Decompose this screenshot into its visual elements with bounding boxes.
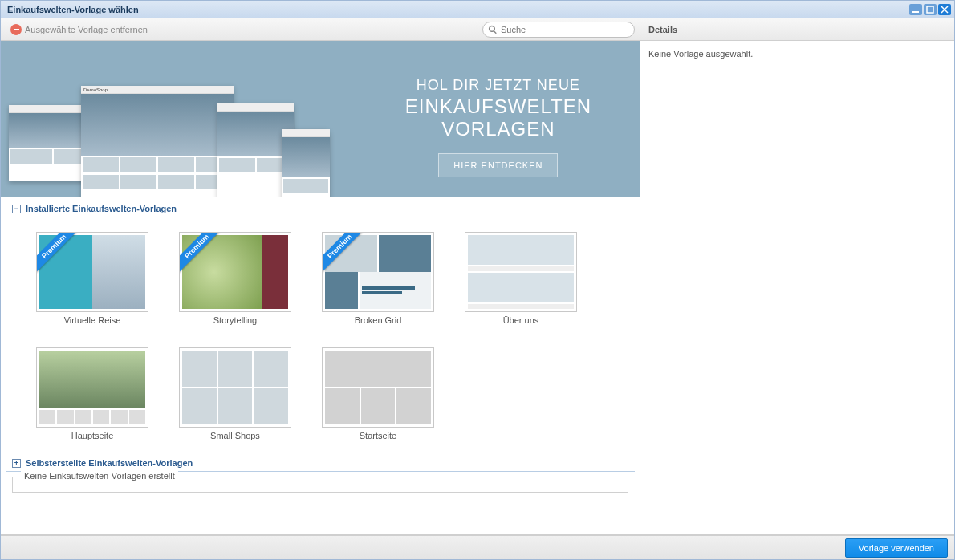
- apply-template-button[interactable]: Vorlage verwenden: [845, 538, 948, 558]
- details-title: Details: [648, 25, 677, 34]
- installed-section-title: Installierte Einkaufswelten-Vorlagen: [26, 204, 177, 213]
- template-thumb: Premium: [322, 232, 434, 312]
- installed-section-header[interactable]: − Installierte Einkaufswelten-Vorlagen: [6, 199, 635, 217]
- search-icon: [488, 25, 498, 34]
- banner-line3: VORLAGEN: [405, 118, 591, 140]
- custom-empty-text: Keine Einkaufswelten-Vorlagen erstellt: [21, 471, 178, 481]
- banner-cta-button[interactable]: HIER ENTDECKEN: [438, 153, 558, 177]
- promo-banner[interactable]: DemoShop HOL DIR JETZT NEUE EINKAUFSWELT…: [1, 41, 640, 197]
- svg-rect-1: [927, 6, 933, 13]
- template-grid: Premium Virtuelle Reise Premium Storytel…: [1, 217, 640, 452]
- details-header: Details: [640, 18, 954, 41]
- maximize-button[interactable]: [924, 4, 937, 15]
- template-item[interactable]: Über uns: [465, 232, 577, 325]
- custom-empty-fieldset: Keine Einkaufswelten-Vorlagen erstellt: [12, 477, 628, 493]
- custom-section-title: Selbsterstellte Einkaufswelten-Vorlagen: [26, 458, 193, 468]
- minimize-button[interactable]: [909, 4, 922, 15]
- window-title: Einkaufswelten-Vorlage wählen: [7, 5, 139, 14]
- remove-template-button[interactable]: Ausgewählte Vorlage entfernen: [6, 22, 152, 37]
- titlebar: Einkaufswelten-Vorlage wählen: [1, 1, 954, 18]
- svg-rect-0: [912, 11, 919, 13]
- template-thumb: Premium: [36, 232, 148, 312]
- banner-line1: HOL DIR JETZT NEUE: [405, 77, 591, 94]
- template-label: Hauptseite: [71, 431, 114, 440]
- details-pane: Details Keine Vorlage ausgewählt.: [640, 18, 954, 534]
- template-thumb: Premium: [179, 232, 291, 312]
- template-item[interactable]: Small Shops: [179, 347, 291, 440]
- template-label: Broken Grid: [355, 315, 402, 325]
- close-button[interactable]: [938, 4, 951, 15]
- collapse-icon: −: [12, 205, 21, 213]
- banner-text: HOL DIR JETZT NEUE EINKAUFSWELTEN VORLAG…: [405, 77, 591, 177]
- expand-icon: +: [12, 459, 21, 468]
- banner-line2: EINKAUFSWELTEN: [405, 95, 591, 118]
- template-item[interactable]: Premium Storytelling: [179, 232, 291, 325]
- details-empty-text: Keine Vorlage ausgewählt.: [648, 49, 753, 59]
- template-item[interactable]: Premium Virtuelle Reise: [36, 232, 148, 325]
- toolbar: Ausgewählte Vorlage entfernen: [1, 18, 640, 41]
- custom-section-header[interactable]: + Selbsterstellte Einkaufswelten-Vorlage…: [6, 453, 635, 472]
- template-label: Storytelling: [213, 315, 257, 325]
- template-item[interactable]: Hauptseite: [36, 347, 148, 440]
- left-pane: Ausgewählte Vorlage entfernen DemoShop: [1, 18, 640, 534]
- remove-icon: [10, 24, 22, 35]
- details-body: Keine Vorlage ausgewählt.: [640, 41, 954, 534]
- template-thumb: [179, 347, 291, 428]
- template-label: Über uns: [503, 315, 539, 325]
- template-item[interactable]: Premium Broken Grid: [322, 232, 434, 325]
- template-thumb: [36, 347, 148, 428]
- template-thumb: [465, 232, 577, 312]
- template-label: Small Shops: [210, 431, 260, 440]
- template-thumb: [322, 347, 434, 428]
- banner-brand: DemoShop: [83, 87, 108, 92]
- template-label: Startseite: [360, 431, 396, 440]
- template-item[interactable]: Startseite: [322, 347, 434, 440]
- template-label: Virtuelle Reise: [64, 315, 121, 325]
- search-field[interactable]: [482, 22, 635, 38]
- template-picker-window: Einkaufswelten-Vorlage wählen Ausgewählt…: [0, 0, 955, 560]
- search-input[interactable]: [501, 25, 629, 34]
- remove-template-label: Ausgewählte Vorlage entfernen: [25, 25, 148, 34]
- banner-mock-devices: DemoShop: [9, 81, 338, 197]
- content-scroll[interactable]: DemoShop HOL DIR JETZT NEUE EINKAUFSWELT…: [1, 41, 640, 534]
- footer: Vorlage verwenden: [1, 535, 954, 559]
